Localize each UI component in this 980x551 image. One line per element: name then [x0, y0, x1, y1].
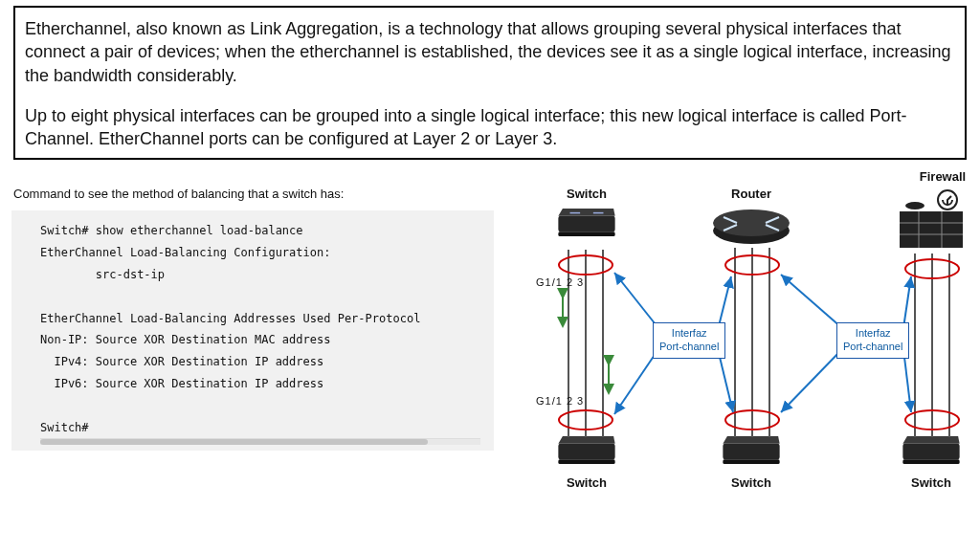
- port-label-top: G1/1 2 3: [536, 276, 584, 288]
- terminal-caption: Command to see the method of balancing t…: [13, 187, 494, 201]
- callout-line: Port-channel: [843, 341, 902, 354]
- definition-paragraph-1: Etherchannel, also known as Link Aggrega…: [25, 17, 955, 87]
- svg-line-44: [614, 273, 658, 328]
- scrollbar-thumb[interactable]: [40, 439, 428, 445]
- terminal-output: Switch# show etherchannel load-balance E…: [11, 210, 494, 451]
- callout-line: Interfaz: [843, 327, 902, 341]
- svg-line-45: [614, 349, 658, 414]
- callout-port-channel-1: Interfaz Port-channel: [653, 322, 725, 359]
- callout-port-channel-2: Interfaz Port-channel: [836, 322, 909, 359]
- callout-line: Interfaz: [659, 327, 719, 341]
- svg-line-51: [903, 349, 911, 412]
- etherchannel-topology-diagram: Switch Router Firewall Switch Switch Swi…: [498, 169, 980, 514]
- terminal-line: Switch# show etherchannel load-balance E…: [40, 220, 480, 438]
- definition-paragraph-2: Up to eight physical interfaces can be g…: [25, 104, 955, 151]
- horizontal-scrollbar[interactable]: [40, 438, 480, 445]
- definition-box: Etherchannel, also known as Link Aggrega…: [13, 6, 967, 160]
- port-label-bottom: G1/1 2 3: [536, 395, 584, 407]
- svg-line-50: [903, 276, 911, 328]
- svg-line-47: [718, 349, 733, 412]
- callout-line: Port-channel: [659, 341, 719, 354]
- svg-line-49: [781, 349, 842, 412]
- svg-line-48: [781, 275, 842, 328]
